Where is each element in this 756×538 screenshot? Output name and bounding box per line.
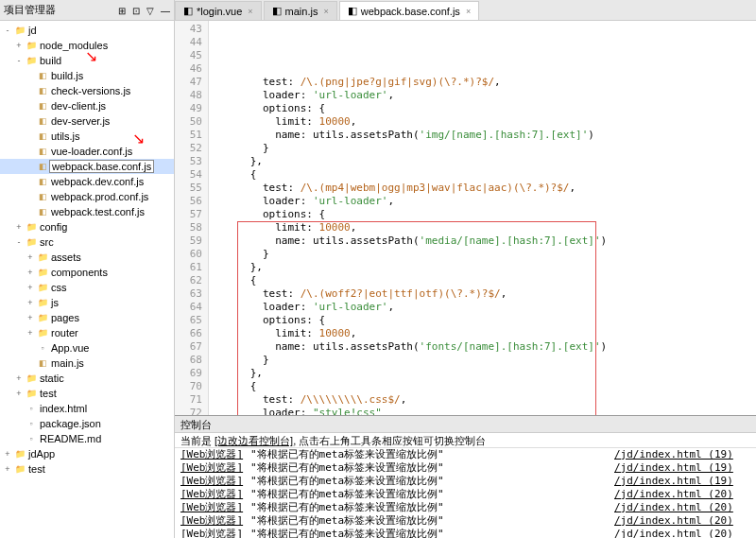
tool-icon[interactable]: ▽ [146,6,154,16]
tree-folder[interactable]: +📁test [0,461,174,477]
tree-toggle[interactable]: + [25,298,36,307]
tree-label: components [49,267,108,278]
tree-toggle[interactable]: + [25,268,36,277]
tree-folder[interactable]: +📁pages [0,310,174,325]
tool-icon[interactable]: ⊞ [118,6,126,16]
tree-folder[interactable]: +📁router [0,325,174,340]
code-line[interactable]: limit: 10000, [213,115,752,129]
tree-label: webpack.prod.conf.js [49,191,148,202]
tree-toggle[interactable]: + [2,464,13,474]
tree-file[interactable]: ◧vue-loader.conf.js [0,144,174,159]
tree-toggle[interactable]: + [13,41,25,50]
tree-file[interactable]: ▫App.vue [0,340,174,356]
tree-file[interactable]: ◧webpack.test.conf.js [0,204,174,219]
tree-toggle[interactable]: + [25,252,36,262]
editor-tab[interactable]: ◧*login.vue× [175,1,262,20]
console-message: "将根据已有的meta标签来设置缩放比例" [250,528,614,538]
tree-folder[interactable]: -📁src [0,234,174,250]
tree-folder[interactable]: +📁js [0,295,174,310]
code-line[interactable]: } [213,142,752,155]
tree-toggle[interactable]: + [13,389,25,398]
tree-file[interactable]: ◧webpack.prod.conf.js [0,189,174,204]
console-source-link[interactable]: [Web浏览器] [180,528,243,538]
console-location-link[interactable]: /jd/index.html (20) [614,528,733,538]
js-icon: ◧ [36,146,49,157]
tree-toggle[interactable]: - [13,237,25,247]
tree-file[interactable]: ◧dev-server.js [0,113,174,129]
code-line[interactable]: test: /\.(mp4|webm|ogg|mp3|wav|flac|aac)… [213,182,752,195]
console-message: "将根据已有的meta标签来设置缩放比例" [250,448,614,461]
file-tree[interactable]: ↘ ↘ -📁jd+📁node_modules-📁build◧build.js◧c… [0,21,174,538]
tree-file[interactable]: ▫index.html [0,401,174,416]
close-icon[interactable]: × [248,7,252,16]
code-area[interactable]: 添加这两条 test: /\.(png|jpe?g|gif|svg)(\?.*)… [209,21,756,415]
console-location-link[interactable]: /jd/index.html (20) [614,501,733,513]
tree-toggle[interactable]: - [2,26,13,35]
tree-folder[interactable]: +📁jdApp [0,446,174,461]
tree-label: check-versions.js [49,85,130,96]
tree-file[interactable]: ▫package.json [0,416,174,431]
console-source-link[interactable]: [Web浏览器] [180,488,243,500]
tree-toggle[interactable]: + [13,222,25,232]
close-icon[interactable]: × [323,7,328,16]
console-source-link[interactable]: [Web浏览器] [180,448,243,460]
tree-folder[interactable]: +📁node_modules [0,38,174,53]
folder-icon: 📁 [36,327,49,338]
tree-file[interactable]: ◧build.js [0,68,174,83]
console-source-link[interactable]: [Web浏览器] [180,501,243,513]
tree-folder[interactable]: +📁static [0,371,174,386]
tree-folder[interactable]: -📁jd [0,23,174,38]
minimize-icon[interactable]: — [161,6,170,16]
code-line[interactable]: test: /\.(png|jpe?g|gif|svg)(\?.*)?$/, [213,76,752,89]
code-line[interactable]: options: { [213,102,752,115]
console-location-link[interactable]: /jd/index.html (19) [614,475,733,487]
tree-label: webpack.dev.conf.js [49,176,144,187]
tool-icon[interactable]: ⊡ [132,6,140,16]
tree-file[interactable]: ◧webpack.base.conf.js [0,159,174,174]
tree-folder[interactable]: +📁config [0,219,174,234]
tree-folder[interactable]: +📁css [0,280,174,295]
tree-folder[interactable]: +📁test [0,386,174,401]
tree-folder[interactable]: +📁assets [0,250,174,265]
editor-tab[interactable]: ◧main.js× [264,1,337,20]
tree-label: test [38,388,57,399]
code-line[interactable]: { [213,168,752,182]
tree-toggle[interactable]: + [13,373,25,383]
tree-label: router [49,327,78,338]
folder-icon: 📁 [36,312,49,323]
console-hint-link[interactable]: [边改边看控制台] [215,435,293,446]
console-location-link[interactable]: /jd/index.html (19) [614,448,733,460]
tree-file[interactable]: ◧utils.js [0,129,174,144]
code-line[interactable]: loader: 'url-loader', [213,195,752,208]
code-line[interactable]: }, [213,155,752,168]
console-source-link[interactable]: [Web浏览器] [180,461,243,474]
tree-toggle[interactable]: + [25,283,36,292]
code-line[interactable]: options: { [213,208,752,221]
tree-file[interactable]: ◧webpack.dev.conf.js [0,174,174,189]
tree-toggle[interactable]: + [2,449,13,459]
console-source-link[interactable]: [Web浏览器] [180,514,243,527]
console-body[interactable]: [Web浏览器]"将根据已有的meta标签来设置缩放比例"/jd/index.h… [175,448,756,538]
console-location-link[interactable]: /jd/index.html (19) [614,461,733,474]
console-source-link[interactable]: [Web浏览器] [180,475,243,487]
tree-file[interactable]: ◧check-versions.js [0,83,174,98]
tree-folder[interactable]: +📁components [0,265,174,280]
tree-toggle[interactable]: + [25,328,36,338]
code-line[interactable]: name: utils.assetsPath('img/[name].[hash… [213,129,752,142]
console-message: "将根据已有的meta标签来设置缩放比例" [250,501,614,514]
close-icon[interactable]: × [466,7,471,16]
console-location-link[interactable]: /jd/index.html (20) [614,488,733,500]
tree-folder[interactable]: -📁build [0,53,174,68]
tree-toggle[interactable]: - [13,56,25,65]
line-number: 49 [177,102,202,115]
line-number: 71 [177,393,202,407]
console-location-link[interactable]: /jd/index.html (20) [614,514,733,527]
code-line[interactable]: loader: 'url-loader', [213,89,752,102]
tree-file[interactable]: ◧main.js [0,356,174,371]
tree-toggle[interactable]: + [25,313,36,322]
code-editor[interactable]: 4344454647484950515253545556575859606162… [175,21,756,415]
tree-file[interactable]: ◧dev-client.js [0,98,174,113]
tree-file[interactable]: ▫README.md [0,431,174,446]
js-icon: ◧ [36,100,49,112]
editor-tab[interactable]: ◧webpack.base.conf.js× [339,1,479,20]
